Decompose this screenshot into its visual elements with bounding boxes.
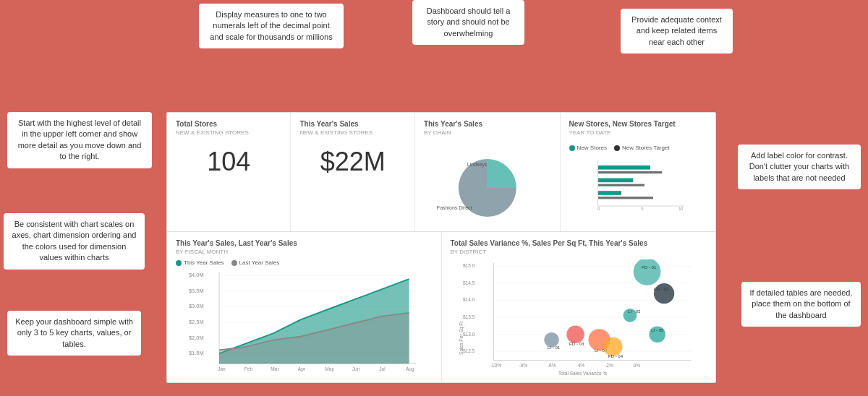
svg-text:LI - 01: LI - 01 <box>547 345 560 350</box>
svg-text:Jun: Jun <box>352 366 360 371</box>
svg-text:$2.5M: $2.5M <box>189 319 204 325</box>
svg-text:May: May <box>325 366 334 372</box>
kpi1-subtitle: NEW & EXISTING STORES <box>176 129 281 136</box>
svg-rect-10 <box>598 191 621 195</box>
scatter-chart-tile: Total Sales Variance %, Sales Per Sq Ft,… <box>442 232 716 383</box>
line-svg: $4.0M $3.5M $3.0M $2.5M $2.0M $1.5M <box>176 269 433 377</box>
legend-new-stores: New Stores <box>569 145 607 151</box>
callout-top-center: Dashboard should tell a story and should… <box>412 0 524 45</box>
kpi-total-stores: Total Stores NEW & EXISTING STORES 104 <box>167 113 291 231</box>
scatter-svg: $15.0 $14.5 $14.0 $13.5 $13.0 $12.5 Sale… <box>451 259 707 379</box>
bar-svg: 0 5 10 <box>569 154 707 212</box>
svg-text:-6%: -6% <box>547 363 556 368</box>
svg-text:FD - 02: FD - 02 <box>653 286 668 291</box>
svg-text:-2%: -2% <box>605 363 613 368</box>
svg-text:$3.5M: $3.5M <box>189 288 204 294</box>
svg-text:LI - 05: LI - 05 <box>651 327 664 332</box>
svg-text:$14.5: $14.5 <box>462 280 475 285</box>
svg-text:Apr: Apr <box>298 366 306 372</box>
pie-title: This Year's Sales <box>424 120 551 128</box>
dashboard: Total Stores NEW & EXISTING STORES 104 T… <box>166 112 716 383</box>
legend-last-year-dot <box>231 260 237 266</box>
legend-target: New Stores Target <box>614 145 670 151</box>
svg-text:-10%: -10% <box>490 363 501 368</box>
legend-new-stores-label: New Stores <box>577 145 607 151</box>
svg-rect-8 <box>598 178 633 183</box>
dashboard-top-row: Total Stores NEW & EXISTING STORES 104 T… <box>167 113 715 232</box>
svg-text:$4.0M: $4.0M <box>189 272 204 278</box>
svg-text:10: 10 <box>678 207 683 211</box>
svg-point-61 <box>633 259 660 285</box>
kpi2-value: $22M <box>299 147 405 177</box>
line-chart-tile: This Year's Sales, Last Year's Sales BY … <box>167 232 442 383</box>
svg-text:$15.0: $15.0 <box>462 263 475 268</box>
callout-middle-left: Be consistent with chart scales on axes,… <box>4 213 145 270</box>
svg-text:Aug: Aug <box>406 366 414 372</box>
callout-lower-left: Keep your dashboard simple with only 3 t… <box>7 311 141 356</box>
bar-subtitle: YEAR TO DATE <box>569 129 707 136</box>
svg-text:$13.5: $13.5 <box>462 314 475 319</box>
legend-last-year-label: Last Year Sales <box>239 259 280 266</box>
svg-text:5: 5 <box>641 207 643 211</box>
legend-this-year: This Year Sales <box>176 259 224 266</box>
svg-text:-4%: -4% <box>576 363 584 368</box>
line-subtitle: BY FISCAL MONTH <box>176 249 433 255</box>
svg-text:Fashions Direct: Fashions Direct <box>437 205 472 210</box>
legend-new-stores-dot <box>569 145 575 151</box>
svg-text:$3.0M: $3.0M <box>189 303 204 309</box>
callout-top-right: Provide adequate context and keep relate… <box>621 9 733 53</box>
svg-text:0%: 0% <box>633 363 640 368</box>
svg-text:Jul: Jul <box>379 366 386 371</box>
legend-this-year-dot <box>176 260 182 266</box>
svg-text:FD - 03: FD - 03 <box>569 341 584 346</box>
svg-text:FD - 04: FD - 04 <box>608 353 623 358</box>
svg-rect-7 <box>598 171 662 173</box>
scatter-title: Total Sales Variance %, Sales Per Sq Ft,… <box>451 239 707 247</box>
callout-lower-right: If detailed tables are needed, place the… <box>741 282 861 327</box>
kpi1-value: 104 <box>176 147 281 177</box>
dashboard-bottom-row: This Year's Sales, Last Year's Sales BY … <box>167 232 715 383</box>
legend-this-year-label: This Year Sales <box>184 259 224 266</box>
svg-text:$2.0M: $2.0M <box>189 335 204 341</box>
pie-subtitle: BY CHAIN <box>424 129 551 136</box>
svg-text:$12.5: $12.5 <box>462 348 475 353</box>
legend-target-dot <box>614 145 620 151</box>
kpi-sales: This Year's Sales NEW & EXISTING STORES … <box>291 113 414 231</box>
legend-target-label: New Stores Target <box>622 145 670 151</box>
svg-text:$13.0: $13.0 <box>462 332 475 337</box>
callout-upper-left: Start with the highest level of detail i… <box>7 112 152 168</box>
svg-text:0: 0 <box>597 207 600 211</box>
callout-top-center-left: Display measures to one to two numerals … <box>199 4 344 48</box>
svg-rect-11 <box>598 197 653 199</box>
svg-text:Sales Per Sq Ft: Sales Per Sq Ft <box>458 322 464 355</box>
pie-svg: Lindseys Fashions Direct <box>424 145 551 231</box>
pie-chart-tile: This Year's Sales BY CHAIN Lindseys Fash… <box>415 113 561 231</box>
svg-text:LI - 03: LI - 03 <box>628 309 641 314</box>
kpi2-subtitle: NEW & EXISTING STORES <box>299 129 405 136</box>
svg-text:Mar: Mar <box>271 366 279 371</box>
svg-text:Total Sales Variance %: Total Sales Variance % <box>558 371 606 376</box>
kpi1-title: Total Stores <box>176 120 281 128</box>
kpi2-title: This Year's Sales <box>299 120 405 128</box>
svg-text:-8%: -8% <box>519 363 527 368</box>
svg-text:Feb: Feb <box>244 366 253 371</box>
line-title: This Year's Sales, Last Year's Sales <box>176 239 433 247</box>
svg-text:$1.5M: $1.5M <box>189 350 204 356</box>
bar-title: New Stores, New Stores Target <box>569 120 707 128</box>
callout-right-middle: Add label color for contrast. Don't clut… <box>738 145 861 189</box>
svg-text:Jan: Jan <box>218 366 226 371</box>
scatter-subtitle: BY DISTRICT <box>451 249 707 255</box>
bar-legend: New Stores New Stores Target <box>569 145 707 151</box>
legend-last-year: Last Year Sales <box>231 259 280 266</box>
bar-chart-tile: New Stores, New Stores Target YEAR TO DA… <box>561 113 715 231</box>
svg-text:$14.0: $14.0 <box>462 297 475 302</box>
svg-text:Lindseys: Lindseys <box>467 162 488 168</box>
line-legend: This Year Sales Last Year Sales <box>176 259 433 266</box>
svg-rect-9 <box>598 184 644 186</box>
svg-rect-6 <box>598 165 650 170</box>
svg-text:FD - 01: FD - 01 <box>641 264 656 270</box>
